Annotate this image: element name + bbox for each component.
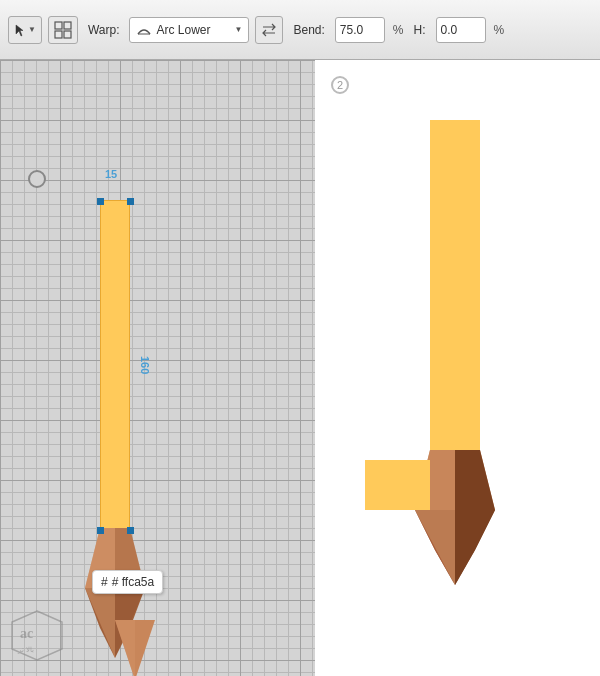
handle-bottom-left[interactable] (97, 527, 104, 534)
pencil-preview (365, 120, 545, 640)
ruler-origin (28, 170, 46, 188)
warp-value: Arc Lower (156, 23, 230, 37)
swap-icon (261, 22, 277, 38)
hash-symbol: # (101, 575, 108, 589)
cursor-icon (14, 23, 28, 37)
pencil-body (100, 200, 130, 530)
color-value: # ffca5a (112, 575, 154, 589)
svg-text:ac: ac (20, 626, 33, 641)
handle-bottom-right[interactable] (127, 527, 134, 534)
warp-arrow: ▼ (235, 25, 243, 34)
color-tooltip: # # ffca5a (92, 570, 163, 594)
bend-label: Bend: (293, 23, 324, 37)
watermark: ac بالا تر (10, 608, 65, 666)
transform-tool[interactable] (48, 16, 78, 44)
svg-marker-20 (455, 450, 495, 585)
tool-selector[interactable]: ▼ (8, 16, 42, 44)
bend-input[interactable]: 75.0 (335, 17, 385, 43)
h-label: H: (414, 23, 426, 37)
panel-number: 2 (331, 76, 349, 94)
h-percent: % (494, 23, 505, 37)
svg-rect-2 (64, 22, 71, 29)
arc-lower-icon (136, 24, 152, 36)
grid-icon (54, 21, 72, 39)
toolbar: ▼ Warp: Arc Lower ▼ Bend: 75.0 % H: (0, 0, 600, 60)
svg-text:بالا تر: بالا تر (17, 646, 34, 654)
warp-dropdown[interactable]: Arc Lower ▼ (129, 17, 249, 43)
pencil-tip-lower (110, 620, 160, 676)
canvas-panel[interactable]: 15 160 # # ffca5a (0, 60, 315, 676)
swap-button[interactable] (255, 16, 283, 44)
warp-label: Warp: (88, 23, 120, 37)
svg-marker-0 (16, 25, 23, 36)
bend-value: 75.0 (340, 23, 363, 37)
svg-rect-4 (64, 31, 71, 38)
h-value: 0.0 (441, 23, 458, 37)
handle-top-right[interactable] (127, 198, 134, 205)
svg-rect-3 (55, 31, 62, 38)
handle-top-left[interactable] (97, 198, 104, 205)
svg-rect-1 (55, 22, 62, 29)
h-input[interactable]: 0.0 (436, 17, 486, 43)
width-label: 15 (105, 168, 117, 180)
preview-panel: 2 (315, 60, 600, 676)
height-label: 160 (139, 356, 151, 374)
svg-rect-22 (365, 460, 430, 510)
svg-rect-16 (430, 120, 480, 460)
tool-arrow: ▼ (28, 25, 36, 34)
main-area: 15 160 # # ffca5a (0, 60, 600, 676)
bend-percent: % (393, 23, 404, 37)
svg-marker-12 (115, 620, 135, 676)
